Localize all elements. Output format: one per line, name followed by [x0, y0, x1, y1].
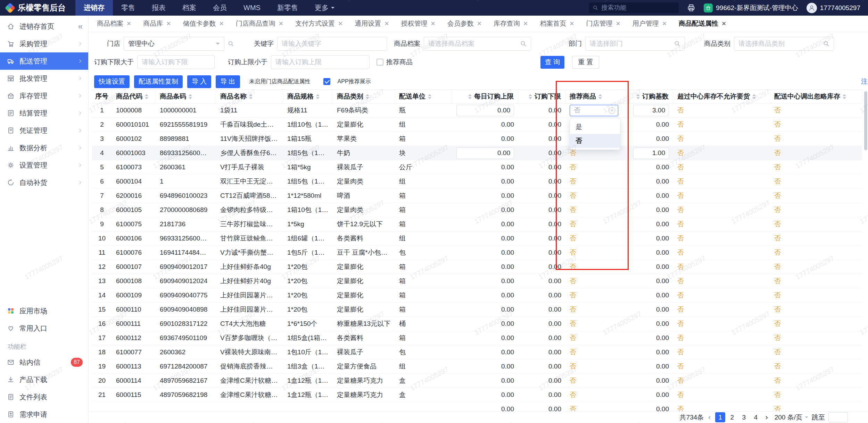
close-tab-icon[interactable]: ✕: [477, 20, 482, 27]
tab-item[interactable]: 商品档案✕: [97, 19, 131, 28]
nav-item[interactable]: WMS: [235, 0, 269, 16]
column-header[interactable]: 商品代码: [112, 90, 156, 103]
table-row[interactable]: 1861000772600362V裸装特大原味南瓜子1包10斤（1袋…裸装瓜子包…: [92, 345, 862, 359]
table-row[interactable]: 2060001144897059682167金津维C果汁软糖芒…1盒12瓶（1箱…: [92, 374, 862, 388]
table-row[interactable]: 0.000.00否0.00否否: [92, 402, 862, 411]
table-row[interactable]: 46000100386933125600…乡俚人香酥鱼仔60g-11组5包（1箱…: [92, 146, 862, 160]
close-tab-icon[interactable]: ✕: [166, 20, 171, 27]
sidebar-item[interactable]: 库存管理: [0, 87, 88, 104]
sidebar-item[interactable]: 站内信87: [0, 354, 88, 371]
close-tab-icon[interactable]: ✕: [662, 20, 667, 27]
table-row[interactable]: 961000752181736三牛苏打椒盐味散装1*5kg饼干12.9元以下箱0…: [92, 217, 862, 231]
tab-item[interactable]: 商品库✕: [143, 19, 171, 28]
table-row[interactable]: 1760001126936749501109V百梦多咖喱块（原…1组5盒(1箱6…: [92, 331, 862, 345]
table-row[interactable]: 2160001154897059682198金津维C果汁软糖草…1盒12瓶（1箱…: [92, 388, 862, 402]
sidebar-item[interactable]: 凭证管理: [0, 122, 88, 139]
tab-item[interactable]: 授权管理✕: [401, 19, 436, 28]
sidebar-item[interactable]: 批发管理: [0, 70, 88, 87]
sidebar-item[interactable]: 自动补货: [0, 174, 88, 191]
table-row[interactable]: 1360001086909409012024上好佳鲜虾片40g1*20包定量膨化…: [92, 274, 862, 288]
tab-item[interactable]: 档案首页✕: [540, 19, 574, 28]
table-row[interactable]: 10600010696933125600…甘竹牌豆豉鲮鱼罐头…1组6罐（1箱4……: [92, 231, 862, 246]
column-header[interactable]: 配送中心调出忽略库存: [770, 90, 862, 103]
recommend-filter-checkbox[interactable]: [377, 59, 383, 66]
store-switcher[interactable]: 99662-新界面测试-管理中心: [704, 3, 798, 12]
column-header[interactable]: 订购基数: [629, 90, 673, 103]
page-button[interactable]: 4: [751, 412, 761, 422]
tab-item[interactable]: 通用设置✕: [355, 19, 389, 28]
nav-item[interactable]: 档案: [174, 0, 205, 16]
close-tab-icon[interactable]: ✕: [279, 20, 283, 27]
clear-icon[interactable]: ✕: [609, 107, 615, 114]
sidebar-item[interactable]: 进销存首页«: [0, 18, 88, 35]
next-page-button[interactable]: ›: [764, 414, 769, 421]
nav-item[interactable]: 更多: [306, 0, 343, 16]
page-size-select[interactable]: 200 条/页: [775, 413, 808, 422]
column-header[interactable]: 每日订购上限: [452, 90, 518, 103]
query-button[interactable]: 查 询: [540, 56, 564, 69]
tab-item[interactable]: 支付方式设置✕: [295, 19, 343, 28]
table-row[interactable]: 1560001106909409040898上好佳田园薯片烤肉…1*20包定量膨…: [92, 303, 862, 317]
column-header[interactable]: 商品类别: [333, 90, 395, 103]
global-search-input[interactable]: [601, 4, 675, 11]
table-row[interactable]: 1960001136971284200087促销海底捞香辣素食…1组3盒（1箱6…: [92, 359, 862, 374]
archive-input[interactable]: [424, 37, 531, 50]
printer-icon[interactable]: [687, 4, 695, 12]
page-button[interactable]: 2: [727, 412, 737, 422]
table-row[interactable]: 660001041双汇王中王无淀粉火…1组5包（1箱4…定量肉类组0.000.0…: [92, 175, 862, 189]
close-tab-icon[interactable]: ✕: [126, 20, 131, 27]
close-tab-icon[interactable]: ✕: [721, 20, 726, 27]
vertical-scrollbar[interactable]: [864, 90, 867, 421]
sort-icon[interactable]: [529, 94, 532, 99]
page-button[interactable]: 1: [715, 412, 725, 422]
prev-page-button[interactable]: ‹: [707, 414, 712, 421]
global-search[interactable]: [589, 2, 679, 13]
sidebar-item[interactable]: 产品下载: [0, 371, 88, 388]
collapse-sidebar-icon[interactable]: «: [78, 22, 83, 31]
close-tab-icon[interactable]: ✕: [219, 20, 224, 27]
sort-icon[interactable]: [249, 94, 253, 99]
daily-limit-input[interactable]: 0.00: [456, 105, 514, 116]
quick-setup-button[interactable]: 快速设置: [94, 75, 130, 88]
sort-icon[interactable]: [189, 94, 192, 99]
close-tab-icon[interactable]: ✕: [431, 20, 436, 27]
sort-icon[interactable]: [468, 94, 472, 99]
order-base-input[interactable]: 3.00: [633, 105, 669, 116]
app-recommend-checkbox[interactable]: [323, 78, 330, 85]
sort-icon[interactable]: [843, 94, 846, 99]
sidebar-item[interactable]: 需求申请: [0, 406, 88, 423]
sort-icon[interactable]: [316, 94, 320, 99]
note-link[interactable]: 注释: [861, 77, 868, 86]
sort-icon[interactable]: [366, 94, 369, 99]
category-picker[interactable]: [734, 37, 834, 51]
daily-limit-input[interactable]: 0.00: [456, 147, 514, 159]
import-button[interactable]: 导 入: [187, 75, 211, 88]
tab-item[interactable]: 门店商品查询✕: [236, 19, 283, 28]
sidebar-item[interactable]: 采购管理: [0, 35, 88, 52]
table-row[interactable]: 762000166948960100023CT12百威啤酒580ml…1*12*…: [92, 189, 862, 203]
column-header[interactable]: 配送单位: [395, 90, 452, 103]
lower-limit-input[interactable]: [137, 55, 215, 69]
close-tab-icon[interactable]: ✕: [616, 20, 621, 27]
column-header[interactable]: 超过中心库存不允许要货: [673, 90, 770, 103]
nav-item[interactable]: 报表: [143, 0, 174, 16]
table-row[interactable]: 1460001096909409040775上好佳田园薯片番茄…1*20包定量膨…: [92, 288, 862, 303]
page-button[interactable]: 3: [739, 412, 749, 422]
export-button[interactable]: 导 出: [216, 75, 240, 88]
sidebar-item[interactable]: 数据分析: [0, 139, 88, 156]
table-row[interactable]: 1660001116901028317122CT4大大泡泡糖1*6*150个称重…: [92, 317, 862, 331]
nav-item[interactable]: 新零售: [269, 0, 306, 16]
jump-page-input[interactable]: [828, 412, 848, 422]
column-header[interactable]: 推荐商品: [565, 90, 629, 103]
column-header[interactable]: 订购下限: [518, 90, 565, 103]
table-row[interactable]: 26000101016921555581919千淼百味我de土豆番…1组10包（…: [92, 118, 862, 132]
copy-delivery-attr-button[interactable]: 配送属性复制: [134, 75, 183, 88]
tab-item[interactable]: 储值卡参数✕: [183, 19, 224, 28]
sort-icon[interactable]: [598, 94, 602, 99]
table-row[interactable]: 360001028898988111V海天招牌拌饭酱…1箱15瓶苹果类箱0.00…: [92, 132, 862, 146]
close-tab-icon[interactable]: ✕: [569, 20, 574, 27]
table-row[interactable]: 1100000810000000011袋11规格11F69条码类瓶0.000.0…: [92, 103, 862, 118]
tab-item[interactable]: 库存查询✕: [494, 19, 528, 28]
nav-item[interactable]: 零售: [113, 0, 143, 16]
sidebar-item[interactable]: 结算管理: [0, 104, 88, 122]
